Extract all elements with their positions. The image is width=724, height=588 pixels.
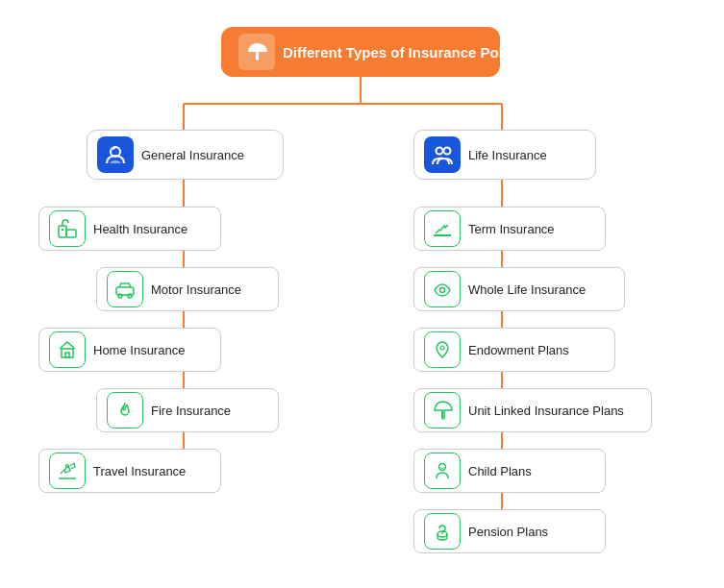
endowment-icon [424, 331, 461, 368]
svg-rect-29 [65, 353, 69, 357]
life-label: Life Insurance [468, 148, 547, 162]
svg-point-20 [444, 148, 451, 155]
life-icon [424, 136, 461, 173]
svg-point-19 [437, 148, 443, 155]
health-label: Health Insurance [93, 222, 187, 236]
fire-insurance-node: Fire Insurance [96, 388, 279, 432]
life-insurance-node: Life Insurance [413, 130, 596, 180]
fire-label: Fire Insurance [151, 404, 231, 418]
travel-insurance-node: Travel Insurance [38, 449, 221, 493]
diagram: Different Types of Insurance Policy Gene… [0, 0, 724, 588]
child-plans-node: Child Plans [413, 449, 606, 493]
home-icon [49, 331, 86, 368]
svg-point-30 [66, 465, 69, 468]
motor-label: Motor Insurance [151, 282, 241, 297]
whole-life-label: Whole Life Insurance [468, 282, 586, 297]
motor-icon [107, 271, 143, 307]
general-icon [97, 136, 134, 173]
root-icon [238, 34, 275, 70]
svg-point-26 [118, 294, 122, 298]
svg-rect-21 [59, 226, 66, 237]
child-icon [424, 453, 461, 489]
general-insurance-node: General Insurance [87, 130, 284, 180]
endowment-label: Endowment Plans [468, 343, 569, 357]
root-node: Different Types of Insurance Policy [221, 27, 500, 77]
travel-label: Travel Insurance [93, 464, 186, 478]
term-insurance-node: Term Insurance [413, 207, 606, 251]
fire-icon [107, 392, 143, 429]
ulip-label: Unit Linked Insurance Plans [468, 404, 624, 418]
travel-icon [49, 453, 86, 489]
general-label: General Insurance [141, 148, 244, 162]
health-icon [49, 210, 86, 247]
term-label: Term Insurance [468, 222, 555, 236]
health-insurance-node: Health Insurance [38, 207, 221, 251]
svg-point-27 [128, 294, 132, 298]
ulip-icon [424, 392, 461, 429]
home-label: Home Insurance [93, 343, 185, 357]
whole-life-node: Whole Life Insurance [413, 267, 625, 311]
home-insurance-node: Home Insurance [38, 328, 221, 372]
endowment-node: Endowment Plans [413, 328, 615, 372]
child-label: Child Plans [468, 464, 532, 478]
motor-insurance-node: Motor Insurance [96, 267, 279, 311]
root-label: Different Types of Insurance Policy [283, 44, 523, 61]
svg-point-34 [440, 288, 445, 293]
term-icon [424, 210, 461, 247]
svg-rect-22 [66, 230, 76, 237]
whole-life-icon [424, 271, 461, 307]
ulip-node: Unit Linked Insurance Plans [413, 388, 652, 432]
svg-rect-17 [256, 52, 258, 60]
pension-label: Pension Plans [468, 525, 548, 539]
svg-point-35 [440, 346, 444, 350]
pension-plans-node: Pension Plans [413, 509, 606, 553]
pension-icon [424, 513, 461, 550]
